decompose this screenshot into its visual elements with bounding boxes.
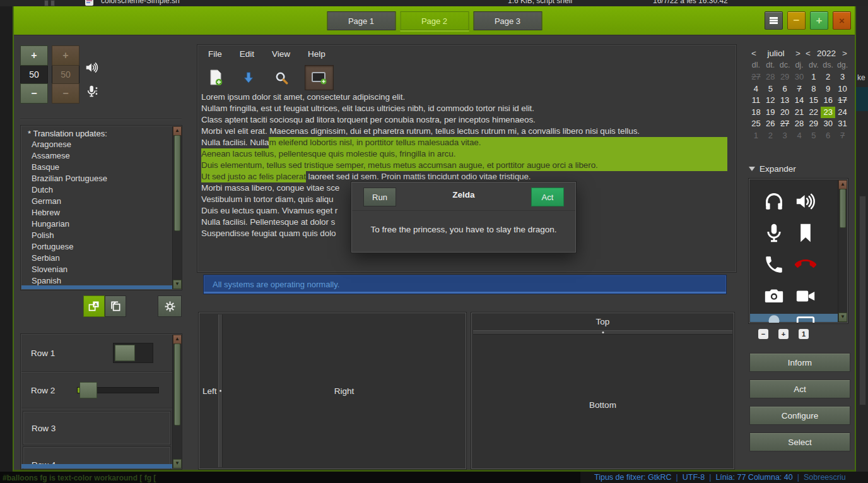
video-camera-icon[interactable] [795,285,816,307]
screenshot-icon[interactable] [305,65,334,90]
calendar-day[interactable]: 16 [821,95,835,107]
close-icon[interactable]: × [833,11,851,30]
list-item-german[interactable]: German [21,196,172,207]
calendar-day[interactable]: 11 [749,95,763,107]
speaker-icon[interactable] [795,191,816,212]
expander[interactable]: Expander [749,164,796,174]
zoom-original-icon[interactable]: 1 [799,329,809,339]
spin-plus-button[interactable]: + [20,45,48,66]
spin-minus-button[interactable]: − [20,83,48,104]
calendar-day[interactable]: 20 [778,107,792,119]
list-row-1[interactable]: Row 1 [21,335,172,372]
calendar-day[interactable]: 27 [749,71,763,83]
phone-hangup-icon[interactable] [795,254,816,275]
menu-icon[interactable] [765,11,783,30]
list-item-serbian[interactable]: Serbian [21,253,172,264]
scroll-up-icon[interactable]: ▲ [173,335,182,344]
pane-separator-horizontal[interactable] [473,330,732,335]
calendar-day[interactable]: 30 [821,118,835,130]
calendar-day[interactable]: 14 [792,95,807,107]
calendar-prev-year-icon[interactable]: < [803,49,813,58]
calendar-day[interactable]: 27 [778,118,792,130]
translate-button[interactable]: A [83,295,105,317]
inform-button[interactable]: Inform [749,353,850,372]
calendar-day[interactable]: 28 [763,71,778,83]
calendar-day[interactable]: 13 [778,95,792,107]
scroll-down-icon[interactable]: ▼ [173,280,182,289]
rows-scrollbar[interactable]: ▲ ▼ [172,335,182,468]
maximize-icon[interactable]: + [810,11,828,30]
microphone-icon[interactable] [763,222,785,244]
list-item-slovenian[interactable]: Slovenian [21,264,172,275]
calendar-day[interactable]: 30 [792,71,807,83]
calendar-day[interactable]: 8 [806,83,821,95]
pane-separator-vertical[interactable] [218,314,223,467]
calendar-day[interactable]: 9 [821,83,835,95]
calendar-day[interactable]: 24 [835,107,850,119]
scroll-up-icon[interactable]: ▲ [838,180,847,189]
list-item-portuguese[interactable]: Portuguese [21,241,172,253]
phone-icon[interactable] [763,254,785,275]
calendar-day[interactable]: 18 [749,107,763,119]
tab-page-3[interactable]: Page 3 [473,11,542,30]
list-selected-row-partial[interactable] [21,285,173,289]
calendar-day[interactable]: 28 [792,118,807,130]
expander-arrow-icon[interactable] [749,167,755,171]
calendar-day[interactable]: 1 [806,71,821,83]
slider-handle[interactable] [79,382,97,398]
configure-button[interactable]: Configure [749,406,850,425]
titlebar[interactable]: Page 1Page 2Page 3 − + × [14,6,855,35]
list-item-aragonese[interactable]: Aragonese [21,139,172,150]
scroll-up-icon[interactable]: ▲ [173,126,182,136]
list-item-brazilian-portuguese[interactable]: Brazilian Portuguese [21,173,172,184]
list-row-3[interactable]: Row 3 [23,411,171,445]
calendar-day[interactable]: 7 [835,130,850,142]
menu-edit[interactable]: Edit [235,48,259,60]
calendar-day[interactable]: 3 [778,130,792,142]
calendar-day[interactable]: 6 [778,83,792,95]
calendar-day[interactable]: 10 [835,83,850,95]
camera-icon[interactable] [763,285,785,307]
toggle-switch[interactable] [113,343,153,363]
tab-page-1[interactable]: Page 1 [327,11,396,30]
calendar-day[interactable]: 5 [806,130,821,142]
calendar-day[interactable]: 5 [763,83,778,95]
copy-button[interactable] [105,295,126,317]
calendar-day[interactable]: 6 [821,130,835,142]
list-item-assamese[interactable]: Assamese [21,150,172,162]
iconview-scrollbar[interactable]: ▲ ▼ [838,180,847,322]
calendar-day[interactable]: 26 [763,118,778,130]
calendar-day[interactable]: 17 [835,95,850,107]
minimize-icon[interactable]: − [787,11,806,30]
list-scrollbar[interactable]: ▲ ▼ [172,126,182,289]
calendar-day[interactable]: 22 [806,107,821,119]
list-item-dutch[interactable]: Dutch [21,184,172,196]
scrollbar-thumb[interactable] [174,343,180,426]
download-icon[interactable] [239,68,258,88]
zoom-in-icon[interactable]: + [778,329,789,339]
act-button[interactable]: Act [749,379,850,398]
calendar-day[interactable]: 12 [763,95,778,107]
menu-help[interactable]: Help [303,48,330,60]
scrollbar-thumb[interactable] [840,189,846,228]
search-icon[interactable] [272,68,291,88]
calendar-day[interactable]: 29 [806,118,821,130]
calendar-day[interactable]: 2 [821,71,835,83]
scrollbar-thumb[interactable] [174,135,180,231]
calendar-day[interactable]: 4 [749,83,763,95]
calendar-day[interactable]: 31 [835,118,850,130]
scroll-down-icon[interactable]: ▼ [838,313,847,322]
calendar-day[interactable]: 3 [835,71,850,83]
calendar-day[interactable]: 2 [763,130,778,142]
calendar-day[interactable]: 25 [749,118,763,130]
new-document-icon[interactable] [206,68,225,88]
zoom-out-icon[interactable]: − [758,329,768,339]
act-button[interactable]: Act [531,188,564,206]
menu-file[interactable]: File [204,48,226,60]
tab-page-2[interactable]: Page 2 [400,11,469,30]
menu-view[interactable]: View [267,48,295,60]
slider[interactable] [77,387,159,393]
settings-button[interactable] [158,295,182,317]
person-icon[interactable] [763,313,785,323]
calendar-prev-month-icon[interactable]: < [749,49,759,58]
